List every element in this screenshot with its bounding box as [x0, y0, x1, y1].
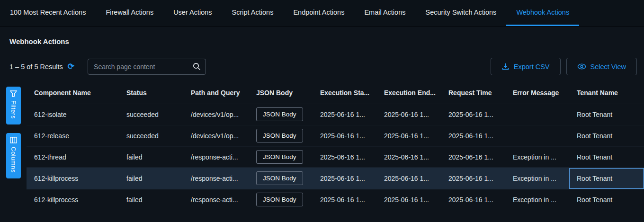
tab-webhook-actions[interactable]: Webhook Actions — [506, 0, 579, 26]
download-icon — [501, 62, 510, 71]
status-cell: succeeded — [119, 104, 183, 125]
json-body-button[interactable]: JSON Body — [256, 193, 303, 206]
select-view-label: Select View — [590, 63, 626, 71]
json-body-cell: JSON Body — [249, 125, 313, 146]
column-header-component-name[interactable]: Component Name — [27, 82, 119, 104]
actions-table: Component NameStatusPath and QueryJSON B… — [27, 82, 644, 210]
status-cell: failed — [119, 146, 183, 168]
columns-grid-icon — [10, 137, 17, 143]
column-header-status[interactable]: Status — [119, 82, 183, 104]
execution-end-cell: 2025-06-16 1... — [376, 104, 441, 125]
error-message-cell: Exception in ... — [505, 168, 569, 189]
execution-end-cell: 2025-06-16 1... — [376, 168, 441, 189]
column-header-request-time[interactable]: Request Time — [441, 82, 505, 104]
request-time-cell: 2025-06-16 1... — [441, 189, 505, 210]
select-view-button[interactable]: Select View — [566, 58, 637, 75]
error-message-cell — [505, 125, 569, 146]
search-box[interactable] — [88, 59, 206, 75]
filters-button[interactable]: Filters — [6, 87, 21, 124]
request-time-cell: 2025-06-16 1... — [441, 104, 505, 125]
error-message-cell: Exception in ... — [505, 146, 569, 168]
columns-button[interactable]: Columns — [6, 133, 21, 178]
column-header-json-body[interactable]: JSON Body — [249, 82, 313, 104]
page-title: Webhook Actions — [9, 37, 644, 45]
table-row[interactable]: 612-threadfailed/response-acti...JSON Bo… — [27, 146, 644, 168]
json-body-button[interactable]: JSON Body — [256, 107, 303, 121]
tab-bar: 100 Most Recent ActionsFirewall ActionsU… — [0, 0, 644, 27]
side-buttons: Filters Columns — [0, 82, 27, 210]
json-body-cell: JSON Body — [249, 189, 313, 210]
execution-end-cell: 2025-06-16 1... — [376, 189, 441, 210]
export-csv-button[interactable]: Export CSV — [491, 58, 561, 75]
status-cell: failed — [119, 168, 183, 189]
json-body-cell: JSON Body — [249, 146, 313, 168]
tenant-name-cell: Root Tenant — [569, 146, 644, 168]
table-row[interactable]: 612-releasesucceeded/devices/v1/op...JSO… — [27, 125, 644, 146]
tab-email-actions[interactable]: Email Actions — [354, 0, 415, 26]
request-time-cell: 2025-06-16 1... — [441, 168, 505, 189]
tab-endpoint-actions[interactable]: Endpoint Actions — [283, 0, 354, 26]
webhook-actions-page: 100 Most Recent ActionsFirewall ActionsU… — [0, 0, 644, 222]
filters-label: Filters — [10, 100, 17, 119]
table-row[interactable]: 612-killprocessfailed/response-acti...JS… — [27, 189, 644, 210]
component-name-cell: 612-killprocess — [27, 189, 119, 210]
tab-100-most-recent-actions[interactable]: 100 Most Recent Actions — [0, 0, 96, 26]
path-cell: /response-acti... — [183, 146, 249, 168]
component-name-cell: 612-isolate — [27, 104, 119, 125]
tab-script-actions[interactable]: Script Actions — [222, 0, 284, 26]
table-region: Filters Columns — [0, 82, 644, 210]
json-body-cell: JSON Body — [249, 168, 313, 189]
export-csv-label: Export CSV — [514, 63, 550, 71]
component-name-cell: 612-thread — [27, 146, 119, 168]
tenant-name-cell: Root Tenant — [569, 168, 644, 189]
error-message-cell: Exception in ... — [505, 189, 569, 210]
tab-firewall-actions[interactable]: Firewall Actions — [96, 0, 163, 26]
column-header-tenant-name[interactable]: Tenant Name — [569, 82, 644, 104]
json-body-button[interactable]: JSON Body — [256, 129, 303, 142]
column-header-execution-sta-[interactable]: Execution Sta... — [313, 82, 376, 104]
search-icon[interactable] — [193, 62, 201, 71]
column-header-execution-end-[interactable]: Execution End... — [376, 82, 441, 104]
path-cell: /devices/v1/op... — [183, 104, 249, 125]
error-message-cell — [505, 104, 569, 125]
request-time-cell: 2025-06-16 1... — [441, 125, 505, 146]
json-body-button[interactable]: JSON Body — [256, 171, 303, 185]
execution-start-cell: 2025-06-16 1... — [313, 104, 376, 125]
execution-end-cell: 2025-06-16 1... — [376, 125, 441, 146]
status-cell: succeeded — [119, 125, 183, 146]
tab-security-switch-actions[interactable]: Security Switch Actions — [415, 0, 506, 26]
tenant-name-cell: Root Tenant — [569, 104, 644, 125]
table-body: 612-isolatesucceeded/devices/v1/op...JSO… — [27, 104, 644, 210]
search-input[interactable] — [88, 63, 193, 71]
tenant-name-cell: Root Tenant — [569, 189, 644, 210]
path-cell: /response-acti... — [183, 168, 249, 189]
execution-start-cell: 2025-06-16 1... — [313, 146, 376, 168]
table-header-row: Component NameStatusPath and QueryJSON B… — [27, 82, 644, 104]
toolbar: 1 – 5 of 5 Results ⟳ — [0, 58, 644, 75]
tenant-name-cell: Root Tenant — [569, 125, 644, 146]
path-cell: /response-acti... — [183, 189, 249, 210]
json-body-cell: JSON Body — [249, 104, 313, 125]
columns-label: Columns — [10, 147, 17, 173]
path-cell: /devices/v1/op... — [183, 125, 249, 146]
page-content: Webhook Actions 1 – 5 of 5 Results ⟳ — [0, 27, 644, 222]
component-name-cell: 612-release — [27, 125, 119, 146]
component-name-cell: 612-killprocess — [27, 168, 119, 189]
table-row[interactable]: 612-isolatesucceeded/devices/v1/op...JSO… — [27, 104, 644, 125]
eye-icon — [577, 63, 586, 70]
execution-start-cell: 2025-06-16 1... — [313, 168, 376, 189]
request-time-cell: 2025-06-16 1... — [441, 146, 505, 168]
column-header-error-message[interactable]: Error Message — [505, 82, 569, 104]
results-count: 1 – 5 of 5 Results — [9, 63, 63, 71]
execution-start-cell: 2025-06-16 1... — [313, 189, 376, 210]
filter-funnel-icon — [10, 90, 17, 97]
table-row[interactable]: 612-killprocessfailed/response-acti...JS… — [27, 168, 644, 189]
refresh-icon[interactable]: ⟳ — [68, 62, 74, 71]
execution-start-cell: 2025-06-16 1... — [313, 125, 376, 146]
json-body-button[interactable]: JSON Body — [256, 150, 303, 164]
execution-end-cell: 2025-06-16 1... — [376, 146, 441, 168]
column-header-path-and-query[interactable]: Path and Query — [183, 82, 249, 104]
status-cell: failed — [119, 189, 183, 210]
tab-user-actions[interactable]: User Actions — [163, 0, 222, 26]
